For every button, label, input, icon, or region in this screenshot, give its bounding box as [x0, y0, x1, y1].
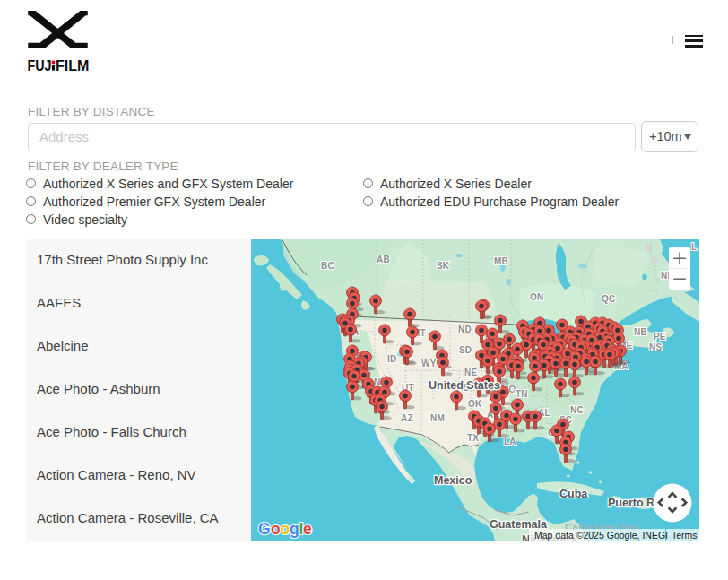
- svg-text:AB: AB: [377, 255, 390, 264]
- svg-text:NS: NS: [649, 342, 662, 352]
- svg-text:LA: LA: [504, 437, 516, 446]
- svg-text:SK: SK: [437, 261, 450, 271]
- svg-text:BC: BC: [321, 261, 334, 271]
- svg-text:Mexico: Mexico: [434, 474, 472, 487]
- svg-text:PE: PE: [654, 332, 666, 342]
- svg-text:WY: WY: [421, 359, 437, 368]
- svg-text:Cuba: Cuba: [559, 488, 588, 500]
- svg-text:MB: MB: [494, 256, 508, 266]
- svg-text:G: G: [258, 520, 271, 538]
- svg-text:ND: ND: [458, 325, 472, 334]
- svg-text:TX: TX: [467, 433, 479, 443]
- svg-text:NE: NE: [464, 368, 477, 377]
- svg-text:Guatemala: Guatemala: [490, 518, 548, 531]
- svg-text:QC: QC: [602, 294, 615, 304]
- svg-text:FILM: FILM: [56, 59, 89, 72]
- svg-text:TN: TN: [516, 389, 528, 399]
- svg-text:L: L: [691, 242, 697, 252]
- svg-text:Puerto Ri: Puerto Ri: [608, 497, 658, 509]
- svg-text:United States: United States: [429, 379, 500, 392]
- svg-text:NB: NB: [634, 327, 647, 337]
- svg-text:SD: SD: [459, 345, 472, 355]
- svg-text:g: g: [290, 520, 299, 538]
- svg-text:ON: ON: [530, 292, 543, 302]
- svg-text:NM: NM: [430, 413, 445, 423]
- svg-text:Terms: Terms: [672, 530, 698, 541]
- svg-text:AZ: AZ: [401, 413, 413, 423]
- svg-text:e: e: [303, 520, 312, 538]
- svg-text:Map data ©2025 Google, INEGI: Map data ©2025 Google, INEGI: [534, 530, 668, 541]
- svg-text:OK: OK: [468, 399, 482, 409]
- svg-text:ID: ID: [387, 354, 396, 364]
- svg-text:FUJ: FUJ: [27, 59, 51, 72]
- svg-text:o: o: [271, 520, 281, 538]
- svg-text:NC: NC: [570, 405, 584, 415]
- svg-text:o: o: [281, 520, 290, 538]
